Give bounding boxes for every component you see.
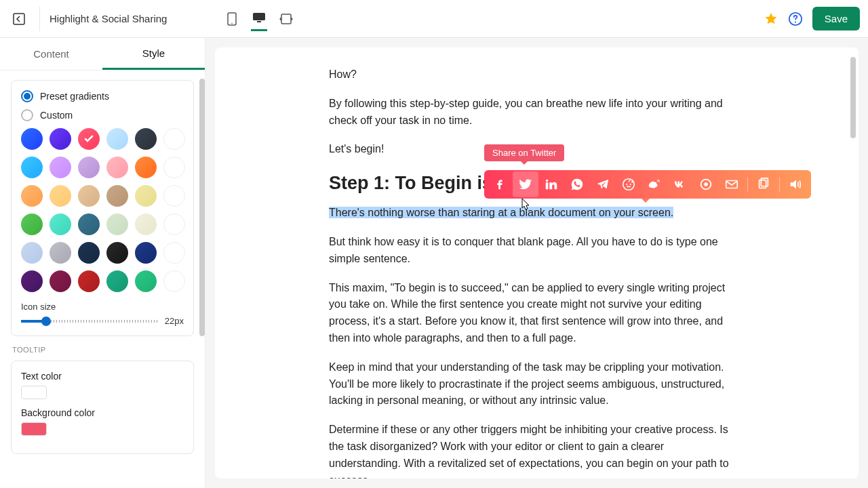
cursor-icon xyxy=(519,197,532,212)
svg-rect-3 xyxy=(253,13,265,20)
text-color-chip[interactable] xyxy=(21,386,47,399)
gradient-swatch[interactable] xyxy=(21,242,43,264)
gradient-swatch[interactable] xyxy=(135,242,157,264)
svg-rect-0 xyxy=(14,14,24,24)
gradient-swatch[interactable] xyxy=(50,214,71,235)
device-fullwidth-button[interactable] xyxy=(278,7,294,31)
svg-rect-5 xyxy=(281,14,291,24)
gradient-swatch[interactable] xyxy=(106,185,128,207)
paragraph: There's nothing worse than staring at a … xyxy=(329,205,736,222)
back-button[interactable] xyxy=(8,8,30,30)
share-tooltip: Share on Twitter xyxy=(484,144,564,161)
svg-rect-16 xyxy=(761,178,768,186)
device-preview-group xyxy=(224,7,294,31)
highlighted-text[interactable]: There's nothing worse than staring at a … xyxy=(329,207,673,218)
gradient-swatch[interactable] xyxy=(163,242,185,264)
icon-size-label: Icon size xyxy=(21,302,184,312)
share-whatsapp-button[interactable] xyxy=(564,171,590,197)
bg-color-chip[interactable] xyxy=(21,422,47,436)
gradient-swatch[interactable] xyxy=(106,157,128,178)
share-weibo-button[interactable] xyxy=(642,171,667,197)
gradient-swatch[interactable] xyxy=(21,157,43,178)
gradient-swatch[interactable] xyxy=(106,270,128,292)
tooltip-section-header: TOOLTIP xyxy=(12,346,194,354)
gradient-swatch[interactable] xyxy=(135,270,157,292)
share-divider xyxy=(747,177,748,192)
gradient-swatch[interactable] xyxy=(78,214,100,235)
paragraph: By following this step-by-step guide, yo… xyxy=(329,96,736,129)
radio-preset-gradients[interactable]: Preset gradients xyxy=(21,90,184,102)
svg-point-9 xyxy=(626,184,627,185)
text-color-label: Text color xyxy=(21,371,184,382)
paragraph: But think how easy it is to conquer that… xyxy=(329,234,736,268)
sidebar: Content Style Preset gradients Custom Ic… xyxy=(0,38,205,488)
gradient-swatch[interactable] xyxy=(106,128,128,150)
share-email-button[interactable] xyxy=(719,171,745,197)
gradient-swatch[interactable] xyxy=(78,128,100,150)
gradient-swatch[interactable] xyxy=(50,242,71,264)
save-button[interactable]: Save xyxy=(812,7,860,30)
gradient-swatch[interactable] xyxy=(106,214,128,235)
gradient-swatch[interactable] xyxy=(21,270,43,292)
svg-rect-4 xyxy=(257,21,261,22)
share-divider xyxy=(779,177,780,192)
page-title: Highlight & Social Sharing xyxy=(50,13,167,24)
share-telegram-button[interactable] xyxy=(590,171,616,197)
paragraph: Determine if these or any other triggers… xyxy=(329,422,736,479)
gradient-swatch[interactable] xyxy=(78,185,100,207)
icon-size-slider[interactable] xyxy=(21,320,159,323)
gradient-swatch[interactable] xyxy=(163,214,185,235)
svg-point-11 xyxy=(631,181,633,183)
gradient-swatch[interactable] xyxy=(50,157,71,178)
preview-scrollbar[interactable] xyxy=(850,57,856,138)
gradient-swatch[interactable] xyxy=(106,242,128,264)
gradient-swatch[interactable] xyxy=(163,157,185,178)
svg-point-10 xyxy=(630,184,631,185)
share-copy-button[interactable] xyxy=(751,171,776,197)
gradient-swatch[interactable] xyxy=(78,270,100,292)
help-icon[interactable] xyxy=(788,12,803,26)
device-desktop-button[interactable] xyxy=(251,7,267,31)
radio-custom[interactable]: Custom xyxy=(21,109,184,121)
gradient-swatch[interactable] xyxy=(21,214,43,235)
tab-style[interactable]: Style xyxy=(102,38,205,70)
share-toolbar xyxy=(484,170,811,199)
svg-point-8 xyxy=(623,179,635,190)
gradient-swatch[interactable] xyxy=(78,157,100,178)
divider xyxy=(39,7,40,31)
tab-content[interactable]: Content xyxy=(0,38,102,70)
share-reddit-button[interactable] xyxy=(616,171,642,197)
gradient-swatch[interactable] xyxy=(163,185,185,207)
svg-point-7 xyxy=(795,21,796,22)
gradient-swatch[interactable] xyxy=(78,242,100,264)
share-speak-button[interactable] xyxy=(783,171,808,197)
share-twitter-button[interactable] xyxy=(513,171,538,197)
gradient-swatch[interactable] xyxy=(50,185,71,207)
svg-rect-15 xyxy=(760,180,766,188)
sidebar-scrollbar[interactable] xyxy=(199,79,205,336)
gradient-swatch[interactable] xyxy=(135,157,157,178)
share-messenger-button[interactable] xyxy=(693,171,719,197)
gradient-swatch[interactable] xyxy=(135,128,157,150)
gradient-swatch[interactable] xyxy=(50,270,71,292)
bg-color-label: Background color xyxy=(21,407,184,418)
svg-point-2 xyxy=(232,22,233,24)
gradient-swatch[interactable] xyxy=(163,270,185,292)
share-vk-button[interactable] xyxy=(667,171,693,197)
paragraph: This maxim, "To begin is to succeed," ca… xyxy=(329,280,736,347)
paragraph: Keep in mind that your understanding of … xyxy=(329,359,736,409)
gradient-swatch[interactable] xyxy=(135,214,157,235)
share-facebook-button[interactable] xyxy=(487,171,513,197)
gradient-swatch[interactable] xyxy=(21,185,43,207)
preview-pane: How? By following this step-by-step guid… xyxy=(205,38,868,488)
gradient-swatch[interactable] xyxy=(163,128,185,150)
device-mobile-button[interactable] xyxy=(224,7,240,31)
share-linkedin-button[interactable] xyxy=(538,171,564,197)
gradient-swatch[interactable] xyxy=(50,128,71,150)
paragraph: How? xyxy=(329,66,736,83)
gradient-swatch[interactable] xyxy=(135,185,157,207)
icon-size-value: 22px xyxy=(165,316,184,326)
gradient-swatch[interactable] xyxy=(21,128,43,150)
svg-point-13 xyxy=(704,182,708,186)
star-icon[interactable] xyxy=(764,12,778,26)
